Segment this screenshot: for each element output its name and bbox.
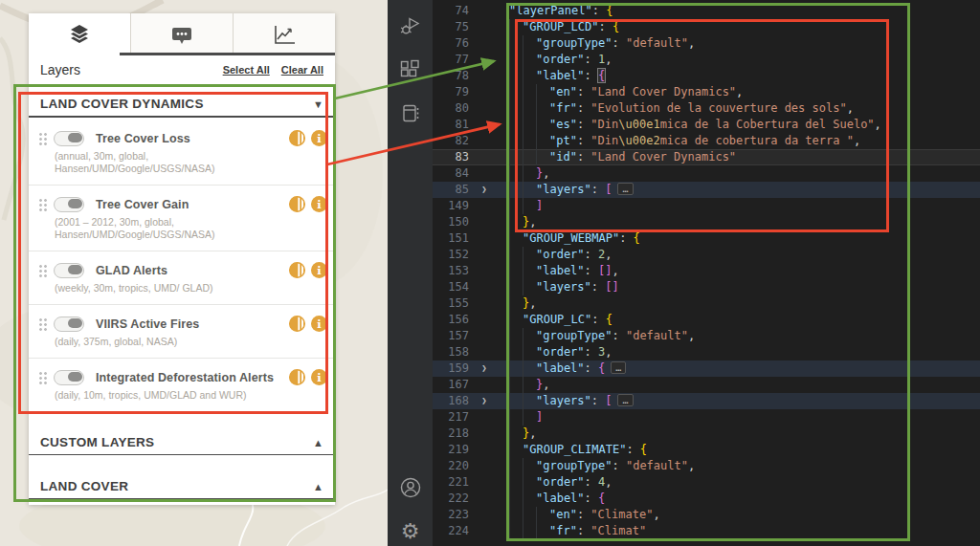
- code-line[interactable]: 159❯"label": {…: [433, 360, 980, 377]
- legend-icon[interactable]: [289, 130, 305, 146]
- code-line[interactable]: 154"layers": []: [433, 279, 980, 295]
- layer-toggle[interactable]: [54, 370, 84, 385]
- code-line[interactable]: 217]: [433, 409, 980, 426]
- info-icon[interactable]: i: [311, 262, 327, 278]
- code-line[interactable]: 85❯"layers": […: [433, 182, 980, 198]
- code-line[interactable]: 155},: [433, 295, 980, 312]
- folded-ellipsis[interactable]: …: [611, 361, 626, 374]
- legend-icon[interactable]: [289, 262, 305, 278]
- indent-guide: [523, 393, 523, 409]
- token: "order": [536, 475, 585, 489]
- code-line[interactable]: 81"es": "Din\u00e1mica de la Cobertura d…: [433, 117, 980, 133]
- token: ,: [543, 378, 549, 391]
- extensions-icon[interactable]: [388, 48, 433, 92]
- drag-handle-icon[interactable]: [38, 317, 48, 331]
- drag-handle-icon[interactable]: [38, 263, 48, 277]
- tab-layers[interactable]: [29, 13, 130, 55]
- code-line[interactable]: 220"groupType": "default",: [433, 458, 980, 474]
- code-line[interactable]: 82"pt": "Din\u00e2mica de cobertura da t…: [433, 133, 980, 149]
- token: "GROUP_WEBMAP": [523, 231, 619, 245]
- tab-comments[interactable]: [130, 13, 233, 55]
- code-content: },: [496, 377, 980, 393]
- token: {: [606, 4, 612, 17]
- line-number: 156: [433, 312, 473, 328]
- layer-toggle[interactable]: [54, 317, 84, 332]
- drag-handle-icon[interactable]: [38, 370, 48, 384]
- gutter-space: [473, 117, 496, 133]
- group-header-land-cover[interactable]: LAND COVER ▲: [29, 467, 335, 499]
- layer-toggle[interactable]: [54, 131, 84, 146]
- code-line[interactable]: 223"en": "Climate",: [433, 507, 980, 523]
- clear-all-link[interactable]: Clear All: [281, 64, 323, 76]
- token: [: [605, 394, 612, 407]
- info-icon[interactable]: i: [311, 130, 327, 146]
- indent-guide: [509, 247, 510, 263]
- layer-toggle[interactable]: [54, 263, 84, 278]
- token: "Land Cover Dynamics": [590, 150, 736, 164]
- indent-guide: [509, 198, 510, 214]
- code-line[interactable]: 150},: [433, 214, 980, 230]
- code-line[interactable]: 224"fr": "Climat": [433, 523, 980, 539]
- fold-chevron-icon[interactable]: ❯: [473, 360, 496, 377]
- token: :: [591, 183, 605, 196]
- code-line[interactable]: 78"label": {: [433, 68, 980, 84]
- code-line[interactable]: 219"GROUP_CLIMATE": {: [433, 442, 980, 458]
- account-icon[interactable]: [388, 466, 433, 510]
- code-line[interactable]: 152"order": 2,: [433, 247, 980, 263]
- folded-ellipsis[interactable]: …: [617, 183, 633, 195]
- code-line[interactable]: 221"order": 4,: [433, 474, 980, 491]
- toggle-knob: [68, 133, 82, 142]
- legend-icon[interactable]: [289, 196, 305, 212]
- code-line[interactable]: 84},: [433, 165, 980, 182]
- group-header-custom-layers[interactable]: CUSTOM LAYERS ▲: [29, 423, 335, 455]
- code-line[interactable]: 77"order": 1,: [433, 52, 980, 68]
- legend-icon[interactable]: [289, 369, 305, 385]
- token: ,: [854, 134, 860, 147]
- token: :: [585, 345, 598, 359]
- select-all-link[interactable]: Select All: [223, 64, 270, 76]
- drag-handle-icon[interactable]: [38, 197, 48, 211]
- tab-analysis[interactable]: [233, 13, 335, 55]
- token: ,: [529, 426, 536, 440]
- legend-icon[interactable]: [289, 316, 305, 332]
- svg-text:i: i: [317, 264, 322, 277]
- line-number: 150: [433, 214, 473, 230]
- fold-chevron-icon[interactable]: ❯: [473, 182, 496, 198]
- code-line[interactable]: 157"groupType": "default",: [433, 328, 980, 344]
- code-line[interactable]: 153"label": [],: [433, 263, 980, 279]
- indent-guide: [536, 507, 537, 523]
- code-line[interactable]: 167},: [433, 377, 980, 393]
- code-line[interactable]: 218},: [433, 426, 980, 442]
- group-header-land-cover-dynamics[interactable]: LAND COVER DYNAMICS ▼: [29, 84, 335, 118]
- settings-gear-icon[interactable]: ⚙: [388, 510, 433, 546]
- code-line[interactable]: 151"GROUP_WEBMAP": {: [433, 230, 980, 247]
- drag-handle-icon[interactable]: [38, 131, 48, 145]
- code-line[interactable]: 74"layerPanel": {: [433, 3, 980, 19]
- fold-chevron-icon[interactable]: ❯: [473, 393, 496, 409]
- gutter-space: [473, 3, 496, 19]
- indent-guide: [523, 409, 523, 426]
- folded-ellipsis[interactable]: …: [617, 394, 633, 406]
- code-line[interactable]: 149]: [433, 198, 980, 214]
- code-line[interactable]: 79"en": "Land Cover Dynamics",: [433, 84, 980, 100]
- code-line[interactable]: 158"order": 3,: [433, 344, 980, 360]
- code-line[interactable]: 76"groupType": "default",: [433, 35, 980, 52]
- run-and-debug-icon[interactable]: [388, 4, 433, 48]
- info-icon[interactable]: i: [311, 196, 327, 212]
- info-icon[interactable]: i: [311, 369, 327, 385]
- info-icon[interactable]: i: [311, 316, 327, 332]
- notebook-icon[interactable]: [388, 92, 433, 136]
- code-line[interactable]: 83"id": "Land Cover Dynamics": [433, 149, 980, 165]
- code-content: "order": 4,: [496, 474, 980, 491]
- token: "layers": [536, 183, 591, 196]
- code-line[interactable]: 168❯"layers": […: [433, 393, 980, 409]
- line-number: 217: [433, 409, 473, 426]
- gutter-space: [473, 312, 496, 328]
- layer-toggle[interactable]: [54, 197, 84, 212]
- code-line[interactable]: 75"GROUP_LCD": {: [433, 19, 980, 35]
- token: ,: [688, 329, 695, 342]
- code-line[interactable]: 222"label": {: [433, 491, 980, 507]
- indent-guide: [523, 458, 523, 474]
- code-line[interactable]: 156"GROUP_LC": {: [433, 312, 980, 328]
- code-line[interactable]: 80"fr": "Evolution de la couverture des …: [433, 100, 980, 117]
